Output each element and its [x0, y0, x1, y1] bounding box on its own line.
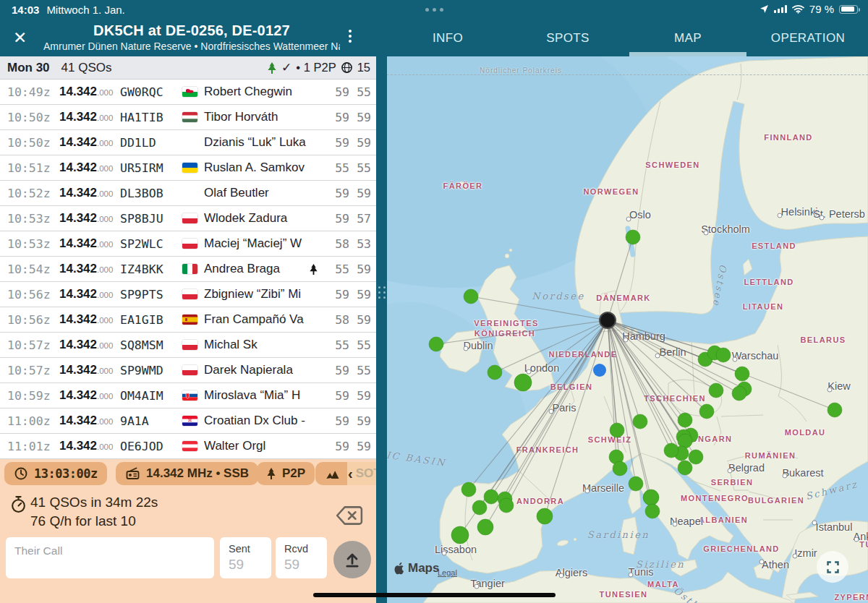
tab-label: INFO	[433, 31, 463, 46]
city-marker-icon	[475, 584, 480, 589]
qso-callsign: OE6JOD	[120, 440, 182, 453]
qso-operator-name: Andrea Braga	[204, 262, 309, 276]
rst-sent: 59	[325, 136, 349, 150]
map-label-sea: Östli	[671, 585, 702, 603]
chip-mountain[interactable]: SOTA	[315, 462, 376, 485]
rst-sent: 59	[325, 187, 349, 200]
page-title: DK5CH at DE-0256, DE-0127	[43, 22, 340, 39]
tree-icon	[266, 468, 276, 479]
log-rows: 10:49z14.342.000GW0RQCRobert Chegwin5955…	[0, 80, 376, 459]
log-row[interactable]: 10:50z14.342.000DD1LDDzianis “Luk” Luka5…	[0, 130, 376, 155]
log-qso-button[interactable]	[333, 541, 371, 578]
chip-clock[interactable]: 13:03:00z	[4, 462, 107, 485]
qso-operator-name: Tibor Horváth	[204, 110, 309, 124]
rcvd-field[interactable]: Rcvd	[276, 537, 327, 578]
map-labels: Nördlicher Polarkreis FÄRÖERNORWEGENSCHW…	[387, 56, 868, 603]
qso-time: 10:59z	[7, 389, 59, 403]
map-label-country: DÄNEMARK	[596, 294, 650, 302]
log-row[interactable]: 10:53z14.342.000SP2WLCMaciej “Maciej” W5…	[0, 231, 376, 257]
map-label-city: Paris	[552, 402, 576, 414]
tab-label: SPOTS	[546, 31, 590, 46]
log-day-header: Mon 30 41 QSOs ✓ • 1 P2P 15	[0, 56, 376, 80]
city-marker-icon	[527, 369, 532, 375]
log-row[interactable]: 10:54z14.342.000IZ4BKKAndrea Braga5559	[0, 257, 376, 282]
tab-label: OPERATION	[771, 31, 845, 46]
battery-percent: 79 %	[809, 3, 834, 15]
log-row[interactable]: 10:52z14.342.000DL3BOBOlaf Beutler5959	[0, 181, 376, 206]
log-row[interactable]: 10:50z14.342.000HA1TIBTibor Horváth5959	[0, 105, 376, 130]
legal-link[interactable]: Legal	[438, 568, 457, 577]
sent-field[interactable]: Sent	[220, 537, 271, 578]
log-row[interactable]: 11:00z14.342.0009A1ACroatian Dx Club -59…	[0, 409, 376, 434]
rst-sent: 59	[325, 389, 349, 403]
log-row[interactable]: 11:01z14.342.000OE6JODWalter Orgl5959	[0, 434, 376, 459]
qso-frequency: 14.342.000	[59, 211, 120, 226]
country-flag-icon	[182, 365, 204, 375]
qso-time: 10:49z	[7, 85, 59, 99]
sent-input[interactable]	[229, 557, 271, 573]
qso-time: 10:57z	[7, 338, 59, 352]
country-flag-icon	[182, 289, 204, 299]
pane-divider[interactable]	[376, 56, 387, 603]
apple-logo-icon	[394, 562, 405, 575]
qso-frequency: 14.342.000	[59, 439, 120, 453]
city-marker-icon	[704, 231, 709, 236]
city-marker-icon	[812, 521, 817, 526]
city-marker-icon	[629, 573, 634, 578]
rst-rcvd: 59	[349, 313, 371, 327]
chip-tree[interactable]: P2P	[257, 462, 315, 485]
log-day-label: Mon 30	[7, 61, 50, 75]
rst-sent: 59	[325, 111, 349, 124]
backspace-button[interactable]	[336, 505, 363, 526]
log-p2p-summary: • 1 P2P	[296, 61, 336, 74]
map-label-sea: Sardinien	[587, 529, 650, 540]
tab-spots[interactable]: SPOTS	[508, 20, 628, 56]
log-row[interactable]: 10:57z14.342.000SP9WMDDarek Napierala595…	[0, 358, 376, 383]
map-label-sea: Nordsee	[532, 291, 584, 302]
log-row[interactable]: 10:56z14.342.000EA1GIBFran Campañó Va585…	[0, 307, 376, 333]
map-view[interactable]: Nördlicher Polarkreis FÄRÖERNORWEGENSCHW…	[387, 56, 868, 603]
qso-frequency: 14.342.000	[59, 186, 120, 200]
fullscreen-button[interactable]	[817, 551, 848, 583]
qso-callsign: SP2WLC	[120, 237, 182, 251]
country-flag-icon	[182, 390, 204, 401]
radio-icon	[125, 466, 140, 481]
log-row[interactable]: 10:53z14.342.000SP8BJUWlodek Zadura5957	[0, 206, 376, 231]
clock-icon	[14, 466, 28, 481]
map-label-country: MALTA	[647, 580, 679, 589]
close-icon[interactable]: ✕	[13, 29, 27, 46]
qso-operator-name: Michal Sk	[204, 338, 309, 352]
log-row[interactable]: 10:56z14.342.000SP9PTSZbigniew “Zibi” Mi…	[0, 282, 376, 307]
map-label-country: ESTLAND	[752, 241, 796, 250]
log-row[interactable]: 10:57z14.342.000SQ8MSMMichal Sk5555	[0, 333, 376, 358]
their-call-input[interactable]	[14, 544, 205, 557]
qso-time: 10:56z	[7, 288, 59, 302]
chip-radio[interactable]: 14.342 MHz • SSB	[116, 462, 258, 485]
map-label-city: Oslo	[629, 209, 651, 221]
their-call-field[interactable]	[6, 537, 214, 578]
tab-map[interactable]: MAP	[628, 20, 748, 56]
map-label-country: VEREINIGTES	[474, 319, 538, 328]
qso-frequency: 14.342.000	[59, 312, 120, 327]
city-marker-icon	[442, 551, 447, 556]
home-indicator[interactable]	[313, 593, 556, 597]
map-label-country: SERBIEN	[711, 478, 754, 487]
rst-rcvd: 57	[349, 212, 371, 226]
tab-info[interactable]: INFO	[388, 20, 508, 56]
qso-operator-name: Darek Napierala	[204, 363, 309, 377]
city-marker-icon	[827, 388, 833, 393]
log-row[interactable]: 10:51z14.342.000UR5IRMRuslan A. Samkov55…	[0, 155, 376, 181]
kebab-menu-icon[interactable]	[349, 30, 352, 43]
rcvd-input[interactable]	[284, 557, 327, 573]
log-row[interactable]: 10:59z14.342.000OM4AIMMiroslava “Mia” H5…	[0, 383, 376, 409]
map-label-city: Hamburg	[622, 330, 665, 342]
qso-frequency: 14.342.000	[59, 135, 120, 150]
tab-operation[interactable]: OPERATION	[748, 20, 868, 56]
qso-time: 10:54z	[7, 262, 59, 276]
wifi-icon	[792, 4, 804, 14]
app-bar: ✕ DK5CH at DE-0256, DE-0127 Amrumer Düne…	[0, 20, 868, 56]
log-row[interactable]: 10:49z14.342.000GW0RQCRobert Chegwin5955	[0, 80, 376, 105]
battery-icon	[839, 5, 858, 14]
qso-time: 10:52z	[7, 187, 59, 200]
upload-arrow-icon	[343, 550, 362, 569]
